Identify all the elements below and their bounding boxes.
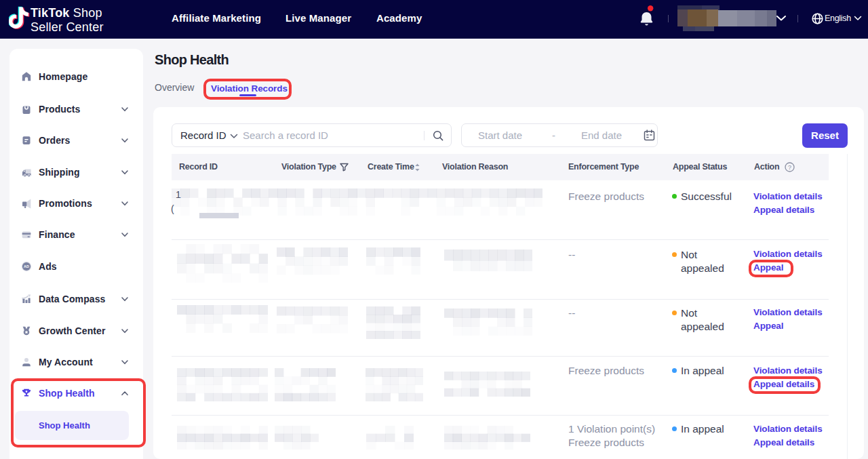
svg-text:?: ?: [788, 164, 791, 171]
svg-text:AD: AD: [24, 264, 29, 268]
